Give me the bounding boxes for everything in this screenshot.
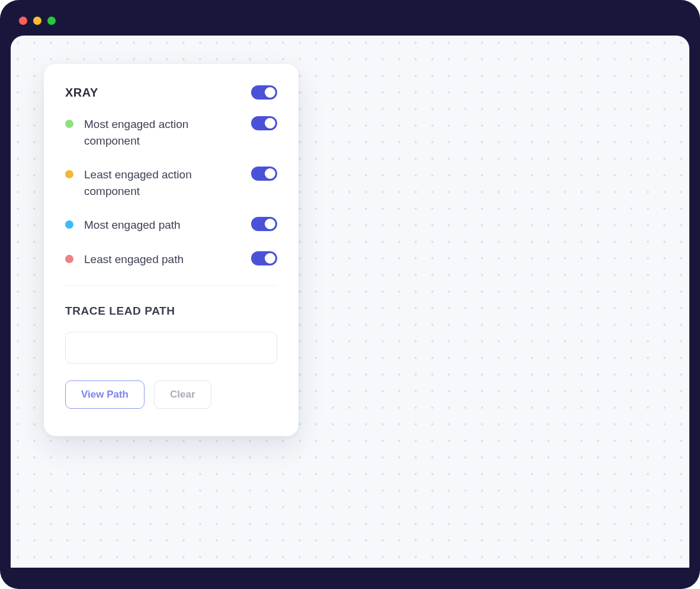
canvas-area: XRAY Most engaged action component Least… — [11, 36, 689, 568]
toggle-most-engaged-path[interactable] — [251, 217, 277, 231]
option-least-engaged-action: Least engaged action component — [65, 167, 277, 199]
trace-section-title: TRACE LEAD PATH — [65, 305, 277, 318]
option-label: Least engaged path — [84, 251, 184, 268]
window-controls — [11, 11, 689, 36]
color-dot-icon — [65, 120, 73, 128]
trace-lead-input[interactable] — [65, 332, 277, 364]
panel-title: XRAY — [65, 86, 98, 100]
view-path-button[interactable]: View Path — [65, 380, 145, 409]
xray-panel: XRAY Most engaged action component Least… — [44, 64, 298, 436]
panel-header: XRAY — [65, 85, 277, 100]
maximize-window-icon[interactable] — [47, 17, 56, 25]
option-left: Most engaged action component — [65, 116, 240, 149]
clear-button[interactable]: Clear — [154, 380, 211, 409]
toggle-knob-icon — [265, 87, 275, 98]
option-most-engaged-action: Most engaged action component — [65, 116, 277, 149]
option-left: Least engaged action component — [65, 167, 240, 199]
xray-master-toggle[interactable] — [251, 85, 277, 100]
option-label: Most engaged action component — [84, 116, 226, 149]
toggle-least-engaged-action[interactable] — [251, 167, 277, 181]
close-window-icon[interactable] — [19, 17, 27, 25]
toggle-least-engaged-path[interactable] — [251, 251, 277, 265]
option-least-engaged-path: Least engaged path — [65, 251, 277, 268]
color-dot-icon — [65, 220, 73, 229]
toggle-knob-icon — [265, 253, 275, 264]
minimize-window-icon[interactable] — [33, 17, 41, 25]
toggle-knob-icon — [265, 219, 275, 229]
option-label: Most engaged path — [84, 217, 181, 233]
browser-frame: XRAY Most engaged action component Least… — [0, 0, 700, 589]
toggle-knob-icon — [265, 118, 275, 129]
color-dot-icon — [65, 255, 73, 263]
toggle-most-engaged-action[interactable] — [251, 116, 277, 130]
option-left: Most engaged path — [65, 217, 240, 233]
option-left: Least engaged path — [65, 251, 240, 268]
option-most-engaged-path: Most engaged path — [65, 217, 277, 233]
divider — [65, 285, 277, 286]
toggle-knob-icon — [265, 168, 275, 179]
button-row: View Path Clear — [65, 380, 277, 409]
option-label: Least engaged action component — [84, 167, 226, 199]
color-dot-icon — [65, 170, 73, 178]
